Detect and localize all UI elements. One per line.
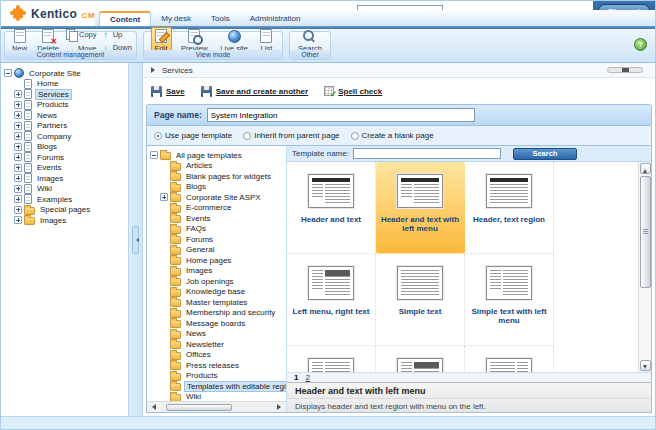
tree-item-label[interactable]: Partners [35,121,69,130]
tree-item-label[interactable]: Blank pages for widgets [184,172,273,181]
tree-item-label[interactable]: Events [184,214,212,223]
tree-item-label[interactable]: Membership and security [184,308,277,317]
template-name-input[interactable] [353,148,501,159]
template-card-partial[interactable] [465,346,554,372]
tree-item-label[interactable]: Images [35,174,65,183]
expand-icon[interactable] [14,174,22,182]
template-search-button[interactable]: Search [513,148,577,160]
tree-item[interactable]: Forums [4,152,128,163]
splitter-collapse-handle[interactable] [132,226,139,254]
expand-icon[interactable] [14,143,22,151]
tree-item[interactable]: Events [150,213,286,224]
vscrollbar-thumb[interactable] [640,176,651,288]
tree-item-label[interactable]: Wiki [35,184,54,193]
tree-item[interactable]: Articles [150,161,286,172]
tree-root-item[interactable]: Corporate Site [4,68,128,79]
breadcrumb-item[interactable]: Services [162,66,193,75]
tree-item[interactable]: News [150,329,286,340]
hscrollbar-thumb[interactable] [166,404,232,411]
tree-item[interactable]: Blogs [150,182,286,193]
tree-item[interactable]: Membership and security [150,308,286,319]
tree-item-label[interactable]: Blogs [35,142,59,151]
tree-item[interactable]: Blank pages for widgets [150,171,286,182]
pager-page-1[interactable]: 1 [294,373,298,382]
tree-item-label[interactable]: Images [184,266,214,275]
template-card[interactable]: Header, text region [465,162,554,254]
radio-create-blank-page[interactable]: Create a blank page [351,131,434,140]
tree-item-label[interactable]: FAQs [184,224,208,233]
tree-item-label[interactable]: Company [35,132,73,141]
expand-icon[interactable] [14,164,22,172]
tree-item-label[interactable]: Examples [35,195,74,204]
tree-item[interactable]: Home [4,79,128,90]
tree-item-label[interactable]: Special pages [38,205,92,214]
radio-inherit-from-parent[interactable]: Inherit from parent page [243,131,339,140]
scroll-down-icon[interactable] [640,360,651,371]
tree-item[interactable]: Products [4,100,128,111]
tab-content[interactable]: Content [99,11,151,26]
template-card[interactable]: Header and text with left menu [376,162,465,254]
template-card[interactable]: Simple text [376,254,465,346]
tree-item-label[interactable]: Master templates [184,298,249,307]
help-icon[interactable]: ? [634,38,647,51]
tree-item-label[interactable]: Forums [35,153,66,162]
tree-item[interactable]: Home pages [150,255,286,266]
tree-item-label[interactable]: Services [35,89,72,100]
collapse-expander-icon[interactable] [4,69,12,77]
tree-item-label[interactable]: Events [35,163,63,172]
expand-icon[interactable] [14,122,22,130]
expand-icon[interactable] [14,111,22,119]
tree-item[interactable]: Press releases [150,360,286,371]
tree-item-label[interactable]: Images [38,216,68,225]
tree-item[interactable]: Newsletter [150,339,286,350]
tree-item-label[interactable]: Newsletter [184,340,226,349]
tree-item[interactable]: Offices [150,350,286,361]
tree-item-label[interactable]: News [35,111,59,120]
collapse-expander-icon[interactable] [150,151,158,159]
expand-icon[interactable] [14,206,22,214]
page-name-input[interactable] [207,108,475,122]
template-card[interactable]: Header and text [287,162,376,254]
up-button[interactable]: ↑ Up [101,30,132,40]
tree-item-label[interactable]: General [184,245,216,254]
radio-use-page-template[interactable]: Use page template [154,131,232,140]
tree-item[interactable]: Knowledge base [150,287,286,298]
tree-item[interactable]: Services [4,89,128,100]
tab-tools[interactable]: Tools [201,11,240,26]
expand-icon[interactable] [14,195,22,203]
tree-item-label[interactable]: Home [35,79,60,88]
tree-root-label[interactable]: All page templates [174,151,244,160]
spell-check-button[interactable]: Spell check [324,86,382,96]
tree-item[interactable]: Corporate Site ASPX [150,192,286,203]
tree-item-label[interactable]: Corporate Site ASPX [184,193,263,202]
tree-item-label[interactable]: Job openings [184,277,236,286]
tree-item-label[interactable]: Knowledge base [184,287,247,296]
tree-item-label[interactable]: Articles [184,161,214,170]
tab-my-desk[interactable]: My desk [151,11,201,26]
horizontal-scrollbar[interactable] [147,401,286,412]
tree-item-label[interactable]: News [184,329,208,338]
tree-item-label[interactable]: Home pages [184,256,233,265]
tree-item-label[interactable]: Message boards [184,319,247,328]
panel-resize-grip[interactable] [607,67,643,73]
expand-icon[interactable] [14,153,22,161]
save-and-create-another-button[interactable]: Save and create another [201,86,308,97]
tree-item-label[interactable]: Offices [184,350,213,359]
scroll-up-icon[interactable] [640,163,651,174]
tree-item-label[interactable]: Forums [184,235,215,244]
template-card[interactable]: Simple text with left menu [465,254,554,346]
expand-icon[interactable] [14,101,22,109]
template-card[interactable]: Left menu, right text [287,254,376,346]
template-card[interactable]: Simple text, page placeholder and left m… [376,346,465,372]
tree-item[interactable]: Job openings [150,276,286,287]
tree-item[interactable]: Master templates [150,297,286,308]
tree-item-label[interactable]: Templates with editable regio [184,381,286,392]
tree-root-item[interactable]: All page templates [150,150,286,161]
tree-item[interactable]: E-commerce [150,203,286,214]
tree-item-label[interactable]: Press releases [184,361,241,370]
tree-item[interactable]: Blogs [4,142,128,153]
vertical-scrollbar[interactable] [638,162,651,372]
pager-page-2[interactable]: 2 [305,373,309,382]
tree-item[interactable]: Special pages [4,205,128,216]
tree-item[interactable]: Templates with editable regio [150,381,286,392]
